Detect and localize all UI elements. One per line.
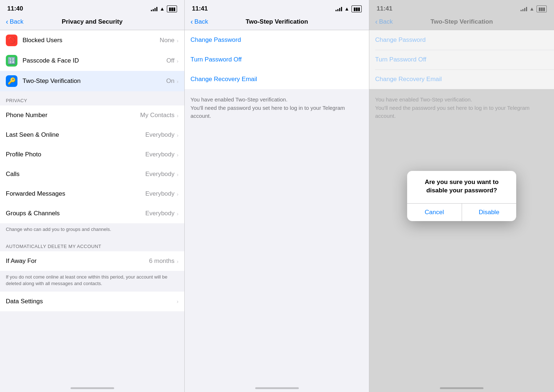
- back-chevron-icon-2: ‹: [190, 18, 193, 25]
- wifi-icon-1: ▲: [160, 6, 165, 12]
- list-item-if-away[interactable]: If Away For 6 months ›: [0, 251, 184, 271]
- forwarded-messages-value: Everybody ›: [145, 190, 178, 197]
- two-step-actions-group: Change Password Turn Password Off Change…: [185, 30, 369, 89]
- battery-icon-2: ▮▮▮: [352, 5, 362, 12]
- back-label-1: Back: [10, 18, 24, 25]
- auto-delete-header: AUTOMATICALLY DELETE MY ACCOUNT: [0, 237, 184, 251]
- blocked-users-icon: 🚫: [6, 35, 17, 46]
- dialog-disable-button[interactable]: Disable: [462, 204, 517, 221]
- passcode-label: Passcode & Face ID: [23, 57, 79, 64]
- chevron-icon: ›: [177, 132, 178, 138]
- last-seen-content: Last Seen & Online Everybody ›: [6, 131, 178, 139]
- phone-number-value: My Contacts ›: [140, 112, 178, 119]
- status-icons-1: ▲ ▮▮▮: [151, 5, 177, 12]
- two-step-info-2: You have enabled Two-Step verification. …: [185, 91, 369, 125]
- panel-privacy-security: 11:40 ▲ ▮▮▮ ‹ Back Privacy and Security …: [0, 0, 185, 392]
- chevron-right-icon: ›: [177, 37, 178, 44]
- list-item-phone-number[interactable]: Phone Number My Contacts ›: [0, 105, 184, 125]
- calls-content: Calls Everybody ›: [6, 171, 178, 178]
- status-icons-2: ▲ ▮▮▮: [336, 5, 362, 12]
- list-item-data-settings[interactable]: Data Settings ›: [0, 292, 184, 311]
- list-item-change-recovery-email-2[interactable]: Change Recovery Email: [185, 69, 369, 89]
- chevron-icon: ›: [177, 298, 178, 304]
- nav-bar-1: ‹ Back Privacy and Security: [0, 15, 184, 30]
- dialog-title: Are you sure you want to disable your pa…: [414, 178, 509, 194]
- groups-channels-value: Everybody ›: [145, 210, 178, 217]
- list-item-turn-password-off-2[interactable]: Turn Password Off: [185, 50, 369, 69]
- back-button-2[interactable]: ‹ Back: [190, 18, 208, 25]
- data-settings-group: Data Settings ›: [0, 292, 184, 311]
- profile-photo-value: Everybody ›: [145, 151, 178, 158]
- two-step-label: Two-Step Verification: [23, 77, 81, 85]
- blocked-users-label: Blocked Users: [23, 37, 63, 44]
- battery-icon-1: ▮▮▮: [167, 5, 177, 12]
- status-time-2: 11:41: [192, 5, 208, 12]
- two-step-icon: 🔑: [6, 75, 17, 87]
- confirm-dialog: Are you sure you want to disable your pa…: [407, 171, 516, 221]
- list-item-change-password-2[interactable]: Change Password: [185, 30, 369, 50]
- status-time-1: 11:40: [7, 5, 23, 12]
- last-seen-value: Everybody ›: [145, 131, 178, 139]
- list-item-forwarded-messages[interactable]: Forwarded Messages Everybody ›: [0, 184, 184, 204]
- auto-delete-section: AUTOMATICALLY DELETE MY ACCOUNT If Away …: [0, 237, 184, 291]
- signal-icon-2: [336, 6, 342, 11]
- nav-title-2: Two-Step Verification: [246, 18, 308, 25]
- if-away-content: If Away For 6 months ›: [6, 257, 178, 265]
- privacy-list-group: Phone Number My Contacts › Last Seen & O…: [0, 105, 184, 223]
- back-button-1[interactable]: ‹ Back: [6, 18, 23, 25]
- panel-two-step-dialog: 11:41 ▲ ▮▮▮ ‹ Back Two-Step Verification: [369, 0, 554, 392]
- chevron-icon: ›: [177, 211, 178, 217]
- dialog-cancel-button[interactable]: Cancel: [407, 204, 462, 221]
- calls-label: Calls: [6, 171, 20, 178]
- blocked-users-content: Blocked Users None ›: [23, 37, 178, 44]
- nav-title-1: Privacy and Security: [62, 18, 123, 25]
- privacy-section-footer: Change who can add you to groups and cha…: [0, 223, 184, 237]
- profile-photo-content: Profile Photo Everybody ›: [6, 151, 178, 158]
- chevron-icon: ›: [177, 191, 178, 197]
- groups-channels-label: Groups & Channels: [6, 210, 60, 217]
- auto-delete-footer: If you do not come online at least once …: [0, 271, 184, 291]
- panel-two-step-1: 11:41 ▲ ▮▮▮ ‹ Back Two-Step Verification…: [185, 0, 369, 392]
- turn-password-off-content-2: Turn Password Off: [190, 56, 363, 63]
- phone-number-label: Phone Number: [6, 112, 47, 119]
- passcode-content: Passcode & Face ID Off ›: [23, 57, 178, 64]
- data-settings-label: Data Settings: [6, 298, 43, 305]
- two-step-content: Two-Step Verification On ›: [23, 77, 178, 85]
- passcode-icon: 🔢: [6, 55, 17, 67]
- privacy-section: PRIVACY Phone Number My Contacts › Last …: [0, 91, 184, 237]
- phone-number-content: Phone Number My Contacts ›: [6, 112, 178, 119]
- profile-photo-label: Profile Photo: [6, 151, 41, 158]
- list-item-passcode[interactable]: 🔢 Passcode & Face ID Off ›: [0, 51, 184, 71]
- list-item-two-step[interactable]: 🔑 Two-Step Verification On ›: [0, 71, 184, 91]
- dialog-body: Are you sure you want to disable your pa…: [407, 171, 516, 203]
- blocked-users-value: None ›: [160, 37, 178, 44]
- forwarded-messages-label: Forwarded Messages: [6, 190, 65, 197]
- back-label-2: Back: [194, 18, 208, 25]
- list-item-profile-photo[interactable]: Profile Photo Everybody ›: [0, 145, 184, 164]
- dialog-overlay: Are you sure you want to disable your pa…: [369, 0, 554, 392]
- data-settings-content: Data Settings ›: [6, 298, 178, 305]
- nav-bar-2: ‹ Back Two-Step Verification: [185, 15, 369, 30]
- list-item-blocked-users[interactable]: 🚫 Blocked Users None ›: [0, 30, 184, 51]
- two-step-value: On ›: [166, 77, 178, 85]
- top-settings-group: 🚫 Blocked Users None › 🔢 Passcode & Face…: [0, 30, 184, 91]
- back-chevron-icon-1: ‹: [6, 18, 8, 25]
- list-item-last-seen[interactable]: Last Seen & Online Everybody ›: [0, 125, 184, 145]
- turn-password-off-label-2: Turn Password Off: [190, 56, 242, 63]
- change-password-content-2: Change Password: [190, 36, 363, 44]
- change-password-label-2: Change Password: [190, 36, 241, 44]
- chevron-right-icon: ›: [177, 58, 178, 64]
- forwarded-messages-content: Forwarded Messages Everybody ›: [6, 190, 178, 197]
- signal-icon-1: [151, 6, 157, 11]
- change-recovery-email-content-2: Change Recovery Email: [190, 76, 363, 83]
- list-item-groups-channels[interactable]: Groups & Channels Everybody ›: [0, 204, 184, 223]
- list-item-calls[interactable]: Calls Everybody ›: [0, 164, 184, 184]
- home-indicator-2: [255, 387, 299, 389]
- passcode-value: Off ›: [166, 57, 178, 64]
- change-recovery-email-label-2: Change Recovery Email: [190, 76, 257, 83]
- status-bar-2: 11:41 ▲ ▮▮▮: [185, 0, 369, 15]
- chevron-icon: ›: [177, 152, 178, 158]
- groups-channels-content: Groups & Channels Everybody ›: [6, 210, 178, 217]
- status-bar-1: 11:40 ▲ ▮▮▮: [0, 0, 184, 15]
- chevron-icon: ›: [177, 171, 178, 177]
